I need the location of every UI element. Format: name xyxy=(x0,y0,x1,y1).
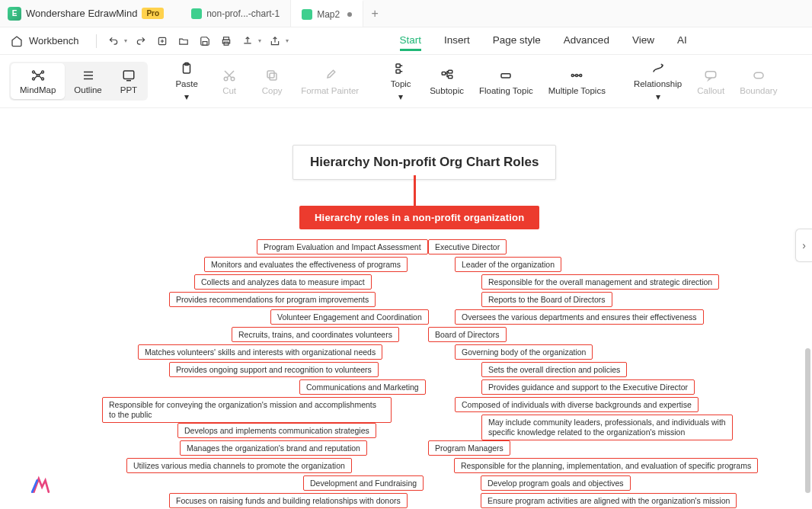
workbench-link[interactable]: Workbench xyxy=(29,35,79,46)
cut-button[interactable]: Cut xyxy=(208,65,251,98)
view-mindmap[interactable]: MindMap xyxy=(11,63,65,99)
format-painter-button[interactable]: Format Painter xyxy=(293,65,366,98)
svg-rect-27 xyxy=(754,72,763,78)
node-responsible-plan[interactable]: Responsible for the planning, implementa… xyxy=(454,458,758,473)
node-utilizes[interactable]: Utilizes various media channels to promo… xyxy=(126,458,352,473)
svg-point-23 xyxy=(572,74,574,76)
copy-icon xyxy=(264,68,280,83)
node-composed[interactable]: Composed of individuals with diverse bac… xyxy=(455,397,699,412)
cut-icon xyxy=(222,68,237,83)
save-icon[interactable] xyxy=(199,35,211,47)
view-ppt[interactable]: PPT xyxy=(111,63,146,99)
mindmap-icon xyxy=(30,68,46,83)
expand-panel-button[interactable]: › xyxy=(795,229,812,262)
print-icon[interactable] xyxy=(220,35,232,47)
tab-nonprofit-chart[interactable]: non-prof...-chart-1 xyxy=(181,0,291,27)
view-label: Outline xyxy=(74,85,101,94)
svg-rect-10 xyxy=(123,71,134,79)
chevron-down-icon: ▾ xyxy=(398,91,403,102)
menu-insert[interactable]: Insert xyxy=(444,31,470,51)
node-exec-dir[interactable]: Executive Director xyxy=(428,239,507,254)
node-provides-support[interactable]: Provides ongoing support and recognition… xyxy=(169,362,379,377)
chevron-down-icon: ▾ xyxy=(656,91,660,102)
chevron-down-icon[interactable]: ▾ xyxy=(258,37,261,44)
vertical-scrollbar[interactable] xyxy=(805,348,810,493)
multiple-topics-button[interactable]: Multiple Topics xyxy=(541,65,613,98)
svg-rect-20 xyxy=(448,70,452,73)
node-focuses[interactable]: Focuses on raising funds and building re… xyxy=(169,493,408,508)
menu-view[interactable]: View xyxy=(632,31,654,51)
node-develop-goals[interactable]: Develop program goals and objectives xyxy=(481,475,631,491)
menu-bar: Workbench ▾ ▾ ▾ Start Insert Page style … xyxy=(0,27,812,55)
connector xyxy=(414,175,416,207)
menu-start[interactable]: Start xyxy=(400,31,422,51)
node-provides-guidance[interactable]: Provides guidance and support to the Exe… xyxy=(481,379,695,395)
add-tab-button[interactable]: + xyxy=(363,7,386,21)
svg-rect-19 xyxy=(442,72,446,75)
paste-button[interactable]: Paste▾ xyxy=(165,58,208,105)
node-monitors[interactable]: Monitors and evaluates the effectiveness… xyxy=(204,257,408,272)
menu-items: Start Insert Page style Advanced View AI xyxy=(400,31,687,51)
node-oversees[interactable]: Oversees the various departments and ens… xyxy=(455,309,704,325)
copy-button[interactable]: Copy xyxy=(251,65,293,98)
boundary-button[interactable]: Boundary xyxy=(732,65,785,98)
node-may-include[interactable]: May include community leaders, professio… xyxy=(481,415,733,440)
node-sets-direction[interactable]: Sets the overall direction and policies xyxy=(481,362,627,377)
node-manages-brand[interactable]: Manages the organization's brand and rep… xyxy=(180,440,367,456)
svg-rect-15 xyxy=(270,73,277,80)
home-icon[interactable] xyxy=(11,35,23,47)
menu-advanced[interactable]: Advanced xyxy=(564,31,609,51)
diagram-title[interactable]: Hierarchy Non-profit Org Chart Roles xyxy=(293,145,556,180)
node-dev-fund[interactable]: Development and Fundraising xyxy=(303,475,424,491)
view-toggle: MindMap Outline PPT xyxy=(9,62,148,101)
node-provides-rec[interactable]: Provides recommendations for program imp… xyxy=(169,292,376,307)
brand: E Wondershare EdrawMind Pro xyxy=(0,7,171,21)
chevron-down-icon: ▾ xyxy=(184,91,189,102)
node-leader[interactable]: Leader of the organization xyxy=(455,257,561,272)
svg-rect-26 xyxy=(705,71,716,77)
open-icon[interactable] xyxy=(177,35,190,47)
menu-ai[interactable]: AI xyxy=(677,31,687,51)
redo-icon[interactable] xyxy=(135,35,147,47)
node-develops[interactable]: Develops and implements communication st… xyxy=(177,423,376,438)
svg-rect-1 xyxy=(203,41,207,45)
node-board[interactable]: Board of Directors xyxy=(428,327,507,342)
export-icon[interactable] xyxy=(241,35,254,47)
unsaved-dot-icon xyxy=(347,12,352,17)
node-prog-eval[interactable]: Program Evaluation and Impact Assessment xyxy=(257,239,428,254)
menu-page-style[interactable]: Page style xyxy=(493,31,541,51)
subtopic-button[interactable]: Subtopic xyxy=(422,65,472,98)
undo-icon[interactable] xyxy=(107,35,120,47)
svg-point-8 xyxy=(32,78,34,80)
topic-button[interactable]: Topic▾ xyxy=(379,58,422,105)
canvas[interactable]: Hierarchy Non-profit Org Chart Roles Hie… xyxy=(0,108,812,509)
svg-point-25 xyxy=(580,74,582,76)
node-comms[interactable]: Communications and Marketing xyxy=(299,379,426,395)
app-logo-icon: E xyxy=(8,7,21,21)
node-prog-mgr[interactable]: Program Managers xyxy=(428,440,510,456)
node-responsible-convey[interactable]: Responsible for conveying the organizati… xyxy=(102,397,392,423)
floating-topic-button[interactable]: Floating Topic xyxy=(472,65,541,98)
node-governing[interactable]: Governing body of the organization xyxy=(455,344,593,360)
callout-button[interactable]: Callout xyxy=(689,65,732,98)
node-volunteer[interactable]: Volunteer Engagement and Coordination xyxy=(270,309,429,325)
boundary-icon xyxy=(751,68,766,83)
main-topic[interactable]: Hierarchy roles in a non-profit organiza… xyxy=(299,206,539,229)
node-responsible-overall[interactable]: Responsible for the overall management a… xyxy=(481,274,719,290)
floating-topic-icon xyxy=(498,68,513,83)
node-collects[interactable]: Collects and analyzes data to measure im… xyxy=(194,274,372,290)
node-matches[interactable]: Matches volunteers' skills and interests… xyxy=(138,344,382,360)
ppt-icon xyxy=(121,68,136,83)
node-ensure-align[interactable]: Ensure program activities are aligned wi… xyxy=(481,493,737,508)
svg-rect-22 xyxy=(501,73,510,77)
share-icon[interactable] xyxy=(269,35,281,47)
node-reports[interactable]: Reports to the Board of Directors xyxy=(481,292,612,307)
node-recruits[interactable]: Recruits, trains, and coordinates volunt… xyxy=(232,327,399,342)
chevron-down-icon[interactable]: ▾ xyxy=(286,37,289,44)
document-icon xyxy=(302,9,312,20)
chevron-down-icon[interactable]: ▾ xyxy=(124,37,127,44)
new-icon[interactable] xyxy=(156,35,168,47)
tab-map2[interactable]: Map2 xyxy=(291,0,363,27)
view-outline[interactable]: Outline xyxy=(65,63,110,99)
relationship-button[interactable]: Relationship▾ xyxy=(626,58,689,105)
